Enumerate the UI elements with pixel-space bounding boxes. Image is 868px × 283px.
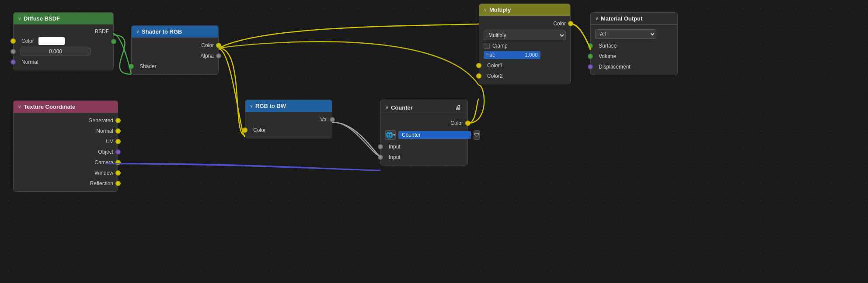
counter-title: Counter (391, 104, 450, 111)
tc-generated-row: Generated (14, 115, 118, 126)
rb-collapse-icon[interactable]: ∨ (250, 104, 253, 108)
mul-color2-label: Color2 (487, 73, 502, 79)
mo-displacement-row: Displacement (591, 62, 677, 72)
roughness-socket[interactable] (10, 49, 16, 54)
shield-icon[interactable]: 🛡 (474, 130, 480, 140)
c1-input1-label: Input (389, 144, 401, 150)
c1-color-output-row: Color (381, 118, 467, 128)
multiply-dropdown-row: Multiply (479, 29, 570, 42)
multiply-dropdown[interactable]: Multiply (484, 31, 566, 40)
c1-input1-row: Input (381, 142, 467, 152)
tc-uv-socket[interactable] (115, 139, 121, 144)
texture-coord-title: Texture Coordinate (24, 104, 75, 110)
c1-color-label: Color (450, 120, 463, 126)
color-label: Color (21, 38, 34, 44)
sr-shader-socket[interactable] (129, 64, 134, 69)
sr-alpha-label: Alpha (200, 53, 214, 59)
rb-color-socket[interactable] (242, 128, 248, 133)
tc-reflection-label: Reflection (90, 180, 113, 186)
multiply-title: Multiply (489, 7, 511, 13)
sr-collapse-icon[interactable]: ∨ (136, 29, 139, 34)
rb-val-socket[interactable] (330, 117, 335, 122)
mul-collapse-icon[interactable]: ∨ (484, 7, 487, 12)
rgb-to-bw-node: ∨ RGB to BW Val Color (245, 100, 332, 138)
mul-color1-label: Color1 (487, 62, 502, 69)
sr-alpha-socket[interactable] (216, 53, 221, 59)
sr-color-label: Color (201, 42, 214, 48)
rgb-to-bw-header: ∨ RGB to BW (245, 100, 332, 112)
normal-label: Normal (21, 59, 38, 65)
tc-normal-label: Normal (96, 128, 113, 134)
fac-row: Fac 1.000 (479, 50, 570, 60)
normal-row: Normal (14, 57, 113, 67)
material-output-header: ∨ Material Output (591, 13, 677, 25)
color-swatch[interactable] (38, 37, 65, 45)
shader-to-rgb-node: ∨ Shader to RGB Color Alpha Shader (131, 25, 219, 75)
c1-input1-socket[interactable] (378, 144, 383, 149)
mo-displacement-socket[interactable] (588, 64, 593, 69)
mo-collapse-icon[interactable]: ∨ (595, 16, 598, 21)
sr-shader-input-row: Shader (132, 61, 218, 72)
counter-node: ∨ Counter 🖨 Color 🌐 ▾ 🛡 Input Input (380, 100, 468, 166)
tc-object-row: Object (14, 147, 118, 157)
mul-color-out-label: Color (553, 21, 566, 27)
fac-value: 1.000 (525, 52, 538, 58)
mul-color-output-row: Color (479, 18, 570, 29)
mo-surface-label: Surface (599, 43, 617, 49)
tc-object-label: Object (98, 149, 113, 155)
mo-surface-socket[interactable] (588, 43, 593, 48)
roughness-row (14, 46, 113, 57)
clamp-label: Clamp (492, 43, 508, 49)
collapse-icon[interactable]: ∨ (18, 16, 21, 21)
sr-color-socket[interactable] (216, 43, 221, 48)
tc-reflection-row: Reflection (14, 178, 118, 189)
shader-to-rgb-header: ∨ Shader to RGB (132, 26, 218, 38)
rb-val-label: Val (321, 117, 328, 123)
tc-object-socket[interactable] (115, 149, 121, 155)
diffuse-bsdf-header: ∨ Diffuse BSDF (14, 13, 113, 24)
shader-to-rgb-title: Shader to RGB (142, 28, 182, 35)
tc-uv-label: UV (106, 138, 113, 145)
c1-color-socket[interactable] (465, 121, 471, 126)
tc-window-row: Window (14, 168, 118, 178)
globe-btn[interactable]: 🌐 ▾ (385, 130, 396, 140)
roughness-input[interactable] (21, 48, 91, 55)
mo-surface-row: Surface (591, 41, 677, 51)
mo-displacement-label: Displacement (599, 64, 631, 70)
counter-icon-row: 🌐 ▾ 🛡 (381, 128, 467, 142)
sr-shader-label: Shader (139, 63, 157, 69)
mul-color-socket[interactable] (568, 21, 573, 26)
print-icon[interactable]: 🖨 (453, 103, 463, 112)
diffuse-bsdf-node: ∨ Diffuse BSDF BSDF Color Normal (13, 12, 114, 70)
mat-target-dropdown[interactable]: All (595, 29, 656, 39)
tc-camera-socket[interactable] (115, 160, 121, 165)
fac-highlight[interactable]: Fac 1.000 (484, 51, 540, 59)
mul-color2-socket[interactable] (476, 73, 481, 79)
clamp-row: Clamp (479, 42, 570, 50)
tc-camera-row: Camera (14, 157, 118, 168)
diffuse-bsdf-title: Diffuse BSDF (24, 15, 60, 22)
normal-socket[interactable] (10, 59, 16, 65)
tc-collapse-icon[interactable]: ∨ (18, 104, 21, 109)
sr-alpha-output-row: Alpha (132, 51, 218, 61)
mo-volume-row: Volume (591, 51, 677, 62)
tc-normal-socket[interactable] (115, 128, 121, 134)
tc-window-socket[interactable] (115, 170, 121, 176)
mul-color1-socket[interactable] (476, 63, 481, 68)
mul-color1-row: Color1 (479, 60, 570, 71)
tc-reflection-socket[interactable] (115, 181, 121, 186)
tc-normal-row: Normal (14, 126, 118, 136)
counter-label-input[interactable] (398, 131, 471, 139)
rb-val-output-row: Val (245, 114, 332, 125)
rb-color-input-row: Color (245, 125, 332, 135)
c1-input2-label: Input (389, 154, 401, 160)
tc-generated-socket[interactable] (115, 118, 121, 123)
color-socket-input[interactable] (10, 38, 16, 44)
c1-input2-socket[interactable] (378, 155, 383, 160)
mat-dropdown-row: All (591, 28, 677, 41)
rb-color-label: Color (253, 127, 266, 133)
clamp-checkbox[interactable] (484, 43, 490, 49)
c1-collapse-icon[interactable]: ∨ (385, 105, 388, 110)
bsdf-label: BSDF (95, 28, 109, 35)
mo-volume-socket[interactable] (588, 54, 593, 59)
